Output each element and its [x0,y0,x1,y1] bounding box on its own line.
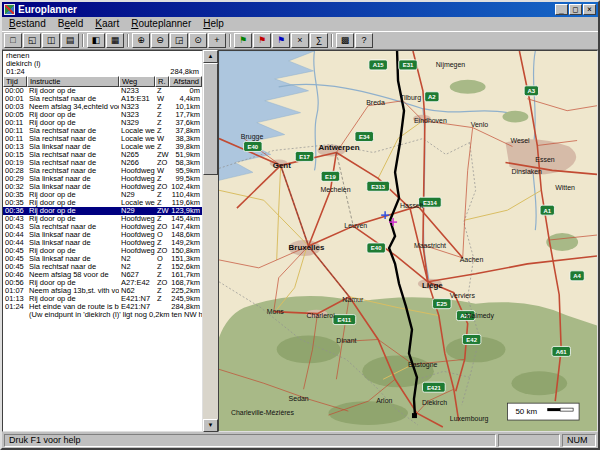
route-row[interactable]: 00:05Rij door op deN323Z17,7km [3,111,202,119]
scroll-up-button[interactable]: ▲ [203,50,218,63]
menu-beeld[interactable]: Beeld [52,17,90,31]
road-badge: E31 [399,60,418,70]
save-button[interactable]: ◫ [42,33,60,48]
city-label: Venlo [471,121,489,128]
scrollbar-track[interactable] [203,63,218,419]
zoom-full-button[interactable]: ⊙ [189,33,207,48]
city-label: Nijmegen [436,61,466,69]
route-row[interactable]: 00:13Sla linksaf naar deLocale wegZ39,8k… [3,143,202,151]
clear-route-button[interactable]: × [291,33,309,48]
route-row[interactable]: 00:44Sla linksaf naar deHoofdwegO148,6km [3,231,202,239]
column-header-instructie[interactable]: Instructie [27,76,119,87]
close-button[interactable]: × [583,4,596,15]
route-row[interactable]: 00:56Rij door op deA27:E42ZO168,7km [3,279,202,287]
city-label: Hasselt [400,202,423,209]
city-label: Arlon [376,397,392,404]
svg-text:E314: E314 [423,200,438,206]
scroll-down-button[interactable]: ▼ [203,419,218,432]
route-row[interactable]: 01:07Neem afslag 13b,st. vith voor deN62… [3,287,202,295]
city-label: Dinant [336,337,356,344]
copy-button[interactable]: ◧ [87,33,105,48]
route-row[interactable]: 00:01Sla rechtsaf naar deA15:E31W4,4km [3,95,202,103]
city-label: Eindhoven [414,117,447,124]
calculate-route-button[interactable]: ∑ [310,33,328,48]
route-row[interactable]: 00:19Sla rechtsaf naar deN266ZO58,3km [3,159,202,167]
city-label: Bruxelles [289,243,325,252]
route-row[interactable]: 00:35Rij door op deLocale wegZ119,6km [3,199,202,207]
city-label: Antwerpen [318,143,359,152]
route-row[interactable]: 00:44Sla linksaf naar deHoofdwegZ149,2km [3,239,202,247]
svg-text:A15: A15 [373,62,385,68]
city-label: Charleville-Mézières [231,409,295,416]
road-badge: E421 [423,382,446,392]
column-header-r[interactable]: R. [155,76,169,87]
menu-bar: BestandBeeldKaartRouteplannerHelp [2,17,598,31]
column-header-weg[interactable]: Weg [119,76,155,87]
window-title: Europlanner [18,2,552,17]
route-row[interactable]: 00:29Sla linksaf naar deHoofdwegZ99,5km [3,175,202,183]
scale-bar-light [560,408,573,411]
new-route-button[interactable]: □ [4,33,22,48]
route-row[interactable]: 00:43Sla rechtsaf naar deHoofdwegZO147,4… [3,223,202,231]
show-map-button[interactable]: ▩ [336,33,354,48]
road-badge: A4 [570,271,584,281]
route-row[interactable]: 00:45Sla rechtsaf naar deN2Z152,6km [3,263,202,271]
map-panel[interactable]: A15E31A2E34E17E19E313E314E40E40E25A27E42… [218,50,598,432]
route-row[interactable]: 00:11Sla rechtsaf naar deLocale wegZ37,8… [3,127,202,135]
open-button[interactable]: ◱ [23,33,41,48]
svg-text:E19: E19 [325,174,336,180]
city-label: Essen [535,156,554,163]
route-row[interactable]: 00:46Neem afslag 58 voor deN627Z161,7km [3,271,202,279]
route-end-marker [412,413,417,418]
zoom-window-button[interactable]: ◲ [170,33,188,48]
city-label: Diekirch [422,399,447,406]
minimize-button[interactable]: _ [555,4,568,15]
map-canvas[interactable]: A15E31A2E34E17E19E313E314E40E40E25A27E42… [219,51,597,431]
city-label: Sedan [289,395,309,402]
set-end-button[interactable]: ⚑ [253,33,271,48]
route-row[interactable]: 00:36Rij door op deN29ZW123,9km [3,207,202,215]
route-row[interactable]: 00:32Sla linksaf naar deHoofdwegZO102,4k… [3,183,202,191]
route-row[interactable]: 00:28Sla rechtsaf naar deHoofdwegW95,9km [3,167,202,175]
route-total-distance: 284,8km [170,68,199,76]
route-row[interactable]: 00:15Sla rechtsaf naar deN265ZW51,9km [3,151,202,159]
pan-button[interactable]: + [208,33,226,48]
options-button[interactable]: ▦ [106,33,124,48]
svg-text:E25: E25 [437,301,448,307]
city-label: Leuven [344,222,367,229]
route-row[interactable]: 00:45Sla linksaf naar deN2O151,3km [3,255,202,263]
print-button[interactable]: ▤ [61,33,79,48]
road-badge: E17 [295,151,314,161]
menu-routeplanner[interactable]: Routeplanner [125,17,197,31]
column-header-afstand[interactable]: Afstand [169,76,202,87]
menu-help[interactable]: Help [197,17,230,31]
city-label: Tilburg [400,94,421,102]
route-row[interactable]: 00:00Rij door op deN233Z0m [3,87,202,95]
column-header-tijd[interactable]: Tijd [3,76,27,87]
route-row[interactable]: 00:43Rij door op deHoofdwegZ145,4km [3,215,202,223]
zoom-out-button[interactable]: ⊖ [151,33,169,48]
window-controls: _ □ × [555,4,596,15]
set-via-button[interactable]: ⚑ [272,33,290,48]
city-label: Namur [342,296,364,303]
route-row[interactable]: 01:13Rij door op deE421:N7Z245,9km [3,295,202,303]
toolbar-separator [229,34,231,47]
menu-bestand[interactable]: Bestand [3,17,52,31]
maximize-button[interactable]: □ [569,4,582,15]
menu-kaart[interactable]: Kaart [89,17,125,31]
route-row[interactable]: 00:35Rij door op deN29Z110,4km [3,191,202,199]
help-button[interactable]: ? [355,33,373,48]
route-row[interactable]: 00:11Sla rechtsaf naar deLocale wegW38,3… [3,135,202,143]
route-row[interactable]: 01:24Het einde van de route is bereiktE4… [3,303,202,311]
scrollbar-thumb[interactable] [203,63,218,175]
route-list-scrollbar[interactable]: ▲ ▼ [203,50,218,432]
road-badge: A61 [552,346,571,356]
zoom-in-button[interactable]: ⊕ [132,33,150,48]
svg-text:E313: E313 [371,184,386,190]
route-row[interactable]: 00:45Rij door op deHoofdwegZO150,8km [3,247,202,255]
road-badge: E313 [367,181,390,191]
route-row[interactable]: 00:11Rij door op deN329Z37,6km [3,119,202,127]
set-start-button[interactable]: ⚑ [234,33,252,48]
city-label: Maastricht [414,242,446,249]
route-row[interactable]: 00:03Neem afslag 34,echteld voor deN323Z… [3,103,202,111]
